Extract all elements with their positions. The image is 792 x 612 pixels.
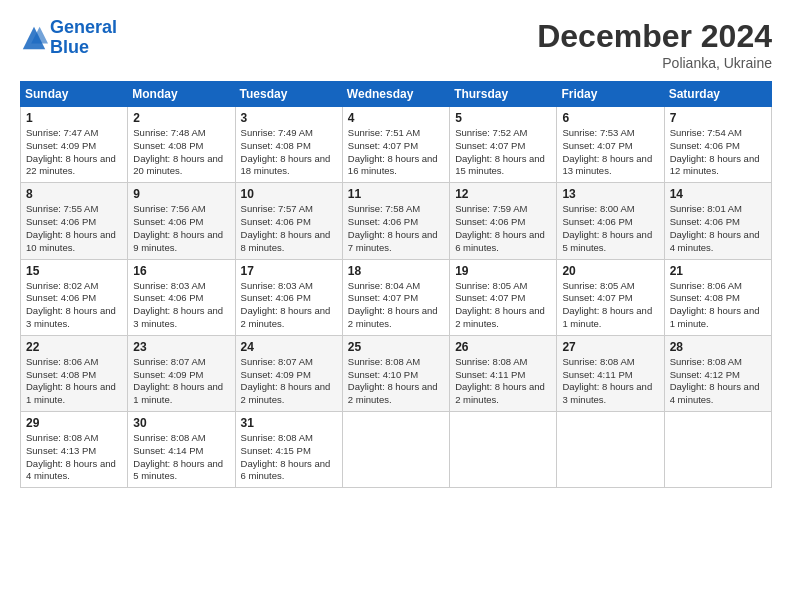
day-number: 9 <box>133 187 229 201</box>
col-thursday: Thursday <box>450 82 557 107</box>
day-number: 8 <box>26 187 122 201</box>
col-sunday: Sunday <box>21 82 128 107</box>
day-cell: 19 Sunrise: 8:05 AM Sunset: 4:07 PM Dayl… <box>450 259 557 335</box>
day-cell: 10 Sunrise: 7:57 AM Sunset: 4:06 PM Dayl… <box>235 183 342 259</box>
day-detail: Sunrise: 8:08 AM Sunset: 4:12 PM Dayligh… <box>670 356 766 407</box>
day-cell: 8 Sunrise: 7:55 AM Sunset: 4:06 PM Dayli… <box>21 183 128 259</box>
day-number: 19 <box>455 264 551 278</box>
day-cell: 21 Sunrise: 8:06 AM Sunset: 4:08 PM Dayl… <box>664 259 771 335</box>
day-detail: Sunrise: 8:08 AM Sunset: 4:10 PM Dayligh… <box>348 356 444 407</box>
day-number: 16 <box>133 264 229 278</box>
day-number: 20 <box>562 264 658 278</box>
day-detail: Sunrise: 7:52 AM Sunset: 4:07 PM Dayligh… <box>455 127 551 178</box>
day-number: 22 <box>26 340 122 354</box>
day-detail: Sunrise: 8:05 AM Sunset: 4:07 PM Dayligh… <box>455 280 551 331</box>
day-detail: Sunrise: 7:54 AM Sunset: 4:06 PM Dayligh… <box>670 127 766 178</box>
calendar-table: Sunday Monday Tuesday Wednesday Thursday… <box>20 81 772 488</box>
day-cell: 3 Sunrise: 7:49 AM Sunset: 4:08 PM Dayli… <box>235 107 342 183</box>
column-headers: Sunday Monday Tuesday Wednesday Thursday… <box>21 82 772 107</box>
day-number: 31 <box>241 416 337 430</box>
day-detail: Sunrise: 7:53 AM Sunset: 4:07 PM Dayligh… <box>562 127 658 178</box>
day-number: 14 <box>670 187 766 201</box>
day-number: 24 <box>241 340 337 354</box>
day-cell: 22 Sunrise: 8:06 AM Sunset: 4:08 PM Dayl… <box>21 335 128 411</box>
day-cell: 7 Sunrise: 7:54 AM Sunset: 4:06 PM Dayli… <box>664 107 771 183</box>
day-number: 11 <box>348 187 444 201</box>
logo-general: General <box>50 17 117 37</box>
day-detail: Sunrise: 8:03 AM Sunset: 4:06 PM Dayligh… <box>241 280 337 331</box>
page: General Blue December 2024 Polianka, Ukr… <box>0 0 792 612</box>
day-detail: Sunrise: 7:56 AM Sunset: 4:06 PM Dayligh… <box>133 203 229 254</box>
day-number: 27 <box>562 340 658 354</box>
day-cell: 14 Sunrise: 8:01 AM Sunset: 4:06 PM Dayl… <box>664 183 771 259</box>
day-detail: Sunrise: 8:08 AM Sunset: 4:15 PM Dayligh… <box>241 432 337 483</box>
day-number: 23 <box>133 340 229 354</box>
day-number: 28 <box>670 340 766 354</box>
day-detail: Sunrise: 7:48 AM Sunset: 4:08 PM Dayligh… <box>133 127 229 178</box>
day-cell: 5 Sunrise: 7:52 AM Sunset: 4:07 PM Dayli… <box>450 107 557 183</box>
day-cell: 26 Sunrise: 8:08 AM Sunset: 4:11 PM Dayl… <box>450 335 557 411</box>
day-number: 29 <box>26 416 122 430</box>
day-number: 15 <box>26 264 122 278</box>
day-detail: Sunrise: 8:06 AM Sunset: 4:08 PM Dayligh… <box>670 280 766 331</box>
day-number: 25 <box>348 340 444 354</box>
day-cell <box>342 412 449 488</box>
day-cell: 12 Sunrise: 7:59 AM Sunset: 4:06 PM Dayl… <box>450 183 557 259</box>
day-detail: Sunrise: 8:01 AM Sunset: 4:06 PM Dayligh… <box>670 203 766 254</box>
col-saturday: Saturday <box>664 82 771 107</box>
day-detail: Sunrise: 8:00 AM Sunset: 4:06 PM Dayligh… <box>562 203 658 254</box>
col-wednesday: Wednesday <box>342 82 449 107</box>
day-cell: 11 Sunrise: 7:58 AM Sunset: 4:06 PM Dayl… <box>342 183 449 259</box>
day-detail: Sunrise: 7:49 AM Sunset: 4:08 PM Dayligh… <box>241 127 337 178</box>
day-cell: 20 Sunrise: 8:05 AM Sunset: 4:07 PM Dayl… <box>557 259 664 335</box>
day-detail: Sunrise: 8:05 AM Sunset: 4:07 PM Dayligh… <box>562 280 658 331</box>
day-number: 6 <box>562 111 658 125</box>
day-cell: 31 Sunrise: 8:08 AM Sunset: 4:15 PM Dayl… <box>235 412 342 488</box>
day-detail: Sunrise: 7:55 AM Sunset: 4:06 PM Dayligh… <box>26 203 122 254</box>
day-number: 12 <box>455 187 551 201</box>
week-row-3: 15 Sunrise: 8:02 AM Sunset: 4:06 PM Dayl… <box>21 259 772 335</box>
day-cell: 16 Sunrise: 8:03 AM Sunset: 4:06 PM Dayl… <box>128 259 235 335</box>
day-cell: 9 Sunrise: 7:56 AM Sunset: 4:06 PM Dayli… <box>128 183 235 259</box>
day-detail: Sunrise: 8:08 AM Sunset: 4:14 PM Dayligh… <box>133 432 229 483</box>
day-detail: Sunrise: 7:59 AM Sunset: 4:06 PM Dayligh… <box>455 203 551 254</box>
day-number: 18 <box>348 264 444 278</box>
logo-blue: Blue <box>50 38 117 58</box>
title-block: December 2024 Polianka, Ukraine <box>537 18 772 71</box>
day-detail: Sunrise: 8:04 AM Sunset: 4:07 PM Dayligh… <box>348 280 444 331</box>
day-number: 10 <box>241 187 337 201</box>
day-detail: Sunrise: 8:03 AM Sunset: 4:06 PM Dayligh… <box>133 280 229 331</box>
day-detail: Sunrise: 8:02 AM Sunset: 4:06 PM Dayligh… <box>26 280 122 331</box>
day-cell: 1 Sunrise: 7:47 AM Sunset: 4:09 PM Dayli… <box>21 107 128 183</box>
day-cell: 4 Sunrise: 7:51 AM Sunset: 4:07 PM Dayli… <box>342 107 449 183</box>
header: General Blue December 2024 Polianka, Ukr… <box>20 18 772 71</box>
day-cell <box>450 412 557 488</box>
calendar-subtitle: Polianka, Ukraine <box>537 55 772 71</box>
col-friday: Friday <box>557 82 664 107</box>
col-monday: Monday <box>128 82 235 107</box>
day-cell: 29 Sunrise: 8:08 AM Sunset: 4:13 PM Dayl… <box>21 412 128 488</box>
week-row-1: 1 Sunrise: 7:47 AM Sunset: 4:09 PM Dayli… <box>21 107 772 183</box>
week-row-4: 22 Sunrise: 8:06 AM Sunset: 4:08 PM Dayl… <box>21 335 772 411</box>
day-cell: 6 Sunrise: 7:53 AM Sunset: 4:07 PM Dayli… <box>557 107 664 183</box>
day-cell: 15 Sunrise: 8:02 AM Sunset: 4:06 PM Dayl… <box>21 259 128 335</box>
day-cell: 25 Sunrise: 8:08 AM Sunset: 4:10 PM Dayl… <box>342 335 449 411</box>
day-detail: Sunrise: 8:08 AM Sunset: 4:11 PM Dayligh… <box>562 356 658 407</box>
day-detail: Sunrise: 8:08 AM Sunset: 4:11 PM Dayligh… <box>455 356 551 407</box>
day-cell: 27 Sunrise: 8:08 AM Sunset: 4:11 PM Dayl… <box>557 335 664 411</box>
day-number: 4 <box>348 111 444 125</box>
day-number: 30 <box>133 416 229 430</box>
day-cell: 18 Sunrise: 8:04 AM Sunset: 4:07 PM Dayl… <box>342 259 449 335</box>
day-detail: Sunrise: 8:06 AM Sunset: 4:08 PM Dayligh… <box>26 356 122 407</box>
day-detail: Sunrise: 8:07 AM Sunset: 4:09 PM Dayligh… <box>133 356 229 407</box>
day-detail: Sunrise: 7:47 AM Sunset: 4:09 PM Dayligh… <box>26 127 122 178</box>
day-cell <box>557 412 664 488</box>
logo-icon <box>20 24 48 52</box>
day-number: 26 <box>455 340 551 354</box>
day-cell: 2 Sunrise: 7:48 AM Sunset: 4:08 PM Dayli… <box>128 107 235 183</box>
day-detail: Sunrise: 7:51 AM Sunset: 4:07 PM Dayligh… <box>348 127 444 178</box>
week-row-2: 8 Sunrise: 7:55 AM Sunset: 4:06 PM Dayli… <box>21 183 772 259</box>
day-detail: Sunrise: 8:07 AM Sunset: 4:09 PM Dayligh… <box>241 356 337 407</box>
day-cell: 23 Sunrise: 8:07 AM Sunset: 4:09 PM Dayl… <box>128 335 235 411</box>
day-cell <box>664 412 771 488</box>
